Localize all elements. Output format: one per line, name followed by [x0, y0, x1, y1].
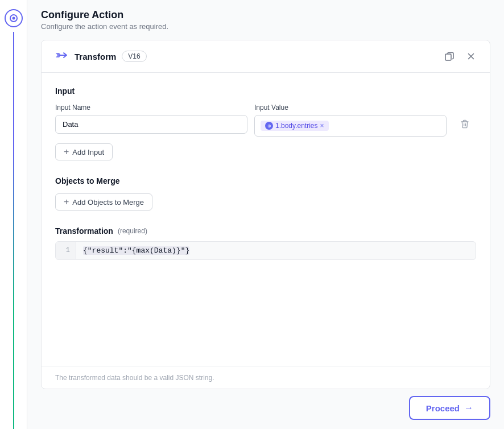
card-title: Transform	[75, 52, 116, 61]
card-body: Input Input Name Input Value ⊕ 1.body.en…	[42, 73, 490, 366]
tag-text: 1.body.entries	[275, 122, 318, 130]
code-line-1: 1 {"result":"{max(Data)}"}	[56, 242, 476, 259]
input-row: Input Name Input Value ⊕ 1.body.entries …	[55, 104, 476, 137]
svg-rect-2	[445, 54, 451, 60]
page-title: Configure Action	[41, 9, 490, 21]
input-value-tag: ⊕ 1.body.entries ×	[261, 121, 329, 131]
required-label: (required)	[118, 227, 147, 235]
version-badge: V16	[122, 51, 146, 62]
svg-point-1	[12, 17, 15, 20]
card-header-actions	[442, 49, 478, 64]
sidebar-line	[13, 32, 14, 429]
code-editor[interactable]: 1 {"result":"{max(Data)}"}	[55, 241, 476, 260]
objects-section-label: Objects to Merge	[55, 176, 476, 185]
objects-section: Objects to Merge + Add Objects to Merge	[55, 176, 476, 211]
input-name-field[interactable]	[55, 115, 247, 134]
add-objects-label: Add Objects to Merge	[72, 198, 144, 207]
proceed-arrow-icon: →	[464, 403, 473, 413]
input-value-label: Input Value	[254, 104, 447, 112]
card-header: Transform V16	[42, 40, 490, 73]
input-value-tag-input[interactable]: ⊕ 1.body.entries ×	[254, 115, 447, 137]
duplicate-button[interactable]	[442, 49, 457, 64]
code-text-1[interactable]: {"result":"{max(Data)}"}	[76, 242, 476, 259]
delete-row-button[interactable]	[453, 115, 476, 133]
proceed-button[interactable]: Proceed →	[409, 396, 490, 420]
main-content: Configure Action Configure the action ev…	[27, 0, 504, 429]
page-header: Configure Action Configure the action ev…	[41, 9, 490, 31]
add-objects-button[interactable]: + Add Objects to Merge	[55, 193, 152, 211]
step-indicator	[5, 9, 23, 27]
transform-icon	[53, 48, 69, 64]
transformation-header: Transformation (required)	[55, 226, 476, 236]
tag-remove-button[interactable]: ×	[320, 122, 324, 129]
line-number-1: 1	[56, 242, 76, 259]
add-objects-icon: +	[64, 197, 69, 207]
code-highlight: {"result":"{max(Data)}"}	[83, 246, 189, 255]
input-name-label: Input Name	[55, 104, 247, 112]
transform-card: Transform V16 Input	[41, 40, 490, 389]
add-input-button[interactable]: + Add Input	[55, 143, 113, 160]
sidebar	[0, 0, 27, 429]
input-section: Input Input Name Input Value ⊕ 1.body.en…	[55, 86, 476, 160]
input-section-label: Input	[55, 86, 476, 96]
bottom-bar: Proceed →	[41, 389, 490, 420]
page-subtitle: Configure the action event as required.	[41, 22, 490, 31]
footer-hint: The transformed data should be a valid J…	[42, 366, 490, 389]
add-icon: +	[64, 147, 69, 156]
input-value-field-wrapper: Input Value ⊕ 1.body.entries ×	[254, 104, 447, 137]
proceed-label: Proceed	[426, 403, 460, 413]
transformation-section: Transformation (required) 1 {"result":"{…	[55, 226, 476, 260]
add-input-label: Add Input	[72, 148, 104, 156]
input-name-field-wrapper: Input Name	[55, 104, 247, 134]
transformation-label: Transformation	[55, 226, 113, 236]
close-button[interactable]	[464, 49, 478, 64]
tag-globe-icon: ⊕	[265, 122, 273, 130]
